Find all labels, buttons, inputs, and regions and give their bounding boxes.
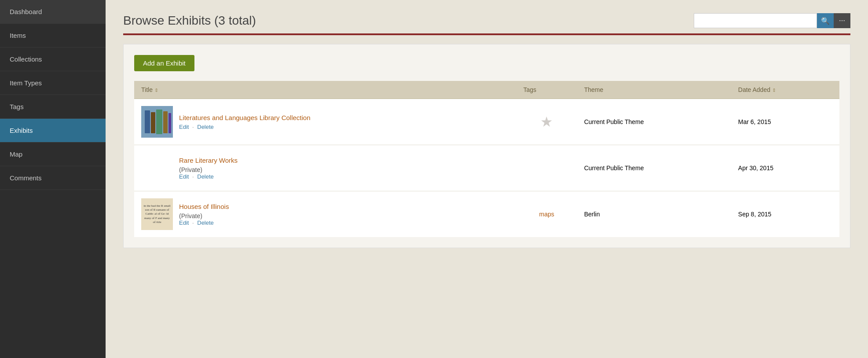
cell-date-added: Mar 6, 2015 xyxy=(731,99,839,145)
table-row: Literatures and Languages Library Collec… xyxy=(134,99,839,145)
svg-rect-2 xyxy=(151,112,155,133)
action-separator: · xyxy=(190,173,195,180)
col-date-added[interactable]: Date Added xyxy=(731,81,839,99)
svg-rect-4 xyxy=(163,111,168,133)
sidebar-item-map[interactable]: Map xyxy=(0,142,106,166)
separator xyxy=(123,33,850,35)
search-input[interactable] xyxy=(694,13,817,28)
search-button[interactable]: 🔍 xyxy=(817,13,834,28)
sidebar: DashboardItemsCollectionsItem TypesTagsE… xyxy=(0,0,106,358)
search-options-button[interactable]: ⋯ xyxy=(834,13,850,28)
sidebar-item-exhibits[interactable]: Exhibits xyxy=(0,119,106,142)
exhibit-thumbnail xyxy=(141,106,173,138)
private-badge: (Private) xyxy=(179,166,202,173)
options-icon: ⋯ xyxy=(839,17,845,24)
delete-link[interactable]: Delete xyxy=(197,219,214,226)
sidebar-item-items[interactable]: Items xyxy=(0,24,106,47)
content-area: Add an Exhibit Title Tags Theme Date Add… xyxy=(123,44,850,248)
cell-theme: Current Public Theme xyxy=(577,145,731,191)
sidebar-item-item-types[interactable]: Item Types xyxy=(0,71,106,95)
search-icon: 🔍 xyxy=(821,17,830,25)
exhibit-actions: Edit · Delete xyxy=(179,124,311,130)
edit-link[interactable]: Edit xyxy=(179,124,189,130)
col-tags: Tags xyxy=(516,81,577,99)
private-badge: (Private) xyxy=(179,212,202,219)
table-row: Rare Literary Works (Private)Edit · Dele… xyxy=(134,145,839,191)
star-icon: ★ xyxy=(524,113,570,130)
table-header: Title Tags Theme Date Added xyxy=(134,81,839,99)
page-title: Browse Exhibits (3 total) xyxy=(123,14,256,28)
exhibit-actions: Edit · Delete xyxy=(179,173,238,180)
cell-date-added: Sep 8, 2015 xyxy=(731,191,839,237)
sidebar-item-comments[interactable]: Comments xyxy=(0,166,106,190)
edit-link[interactable]: Edit xyxy=(179,173,189,180)
table-row: in the bad the R small son of R eamann o… xyxy=(134,191,839,237)
thumb-books-image xyxy=(141,106,173,138)
title-cell-content: in the bad the R small son of R eamann o… xyxy=(141,198,509,230)
exhibits-table: Title Tags Theme Date Added xyxy=(134,81,839,237)
col-title[interactable]: Title xyxy=(134,81,516,99)
exhibit-title-link[interactable]: Houses of Illinois xyxy=(179,203,229,210)
header-row: Browse Exhibits (3 total) 🔍 ⋯ xyxy=(123,13,850,28)
cell-title: Rare Literary Works (Private)Edit · Dele… xyxy=(134,145,516,191)
thumb-text-image: in the bad the R small son of R eamann o… xyxy=(141,198,173,230)
col-theme: Theme xyxy=(577,81,731,99)
add-exhibit-button[interactable]: Add an Exhibit xyxy=(134,55,194,71)
title-info: Rare Literary Works (Private)Edit · Dele… xyxy=(179,157,238,180)
cell-theme: Berlin xyxy=(577,191,731,237)
title-cell-content: Literatures and Languages Library Collec… xyxy=(141,106,509,138)
exhibit-thumbnail: in the bad the R small son of R eamann o… xyxy=(141,198,173,230)
action-separator: · xyxy=(190,124,195,130)
action-separator: · xyxy=(190,219,195,226)
sidebar-item-dashboard[interactable]: Dashboard xyxy=(0,0,106,24)
cell-theme: Current Public Theme xyxy=(577,99,731,145)
title-info: Houses of Illinois (Private)Edit · Delet… xyxy=(179,203,229,226)
thumb-placeholder xyxy=(141,152,173,184)
svg-rect-3 xyxy=(156,110,162,134)
svg-rect-1 xyxy=(145,110,150,133)
main-content: Browse Exhibits (3 total) 🔍 ⋯ Add an Exh… xyxy=(106,0,868,358)
table-header-row: Title Tags Theme Date Added xyxy=(134,81,839,99)
edit-link[interactable]: Edit xyxy=(179,219,189,226)
sidebar-item-collections[interactable]: Collections xyxy=(0,47,106,71)
tags-link[interactable]: maps xyxy=(539,211,554,218)
delete-link[interactable]: Delete xyxy=(197,124,214,130)
cell-tags: ★ xyxy=(516,99,577,145)
exhibit-actions: Edit · Delete xyxy=(179,219,229,226)
title-cell-content: Rare Literary Works (Private)Edit · Dele… xyxy=(141,152,509,184)
svg-rect-5 xyxy=(168,113,171,133)
exhibit-title-link[interactable]: Literatures and Languages Library Collec… xyxy=(179,114,311,121)
cell-title: in the bad the R small son of R eamann o… xyxy=(134,191,516,237)
cell-date-added: Apr 30, 2015 xyxy=(731,145,839,191)
sidebar-item-tags[interactable]: Tags xyxy=(0,95,106,119)
cell-tags: maps xyxy=(516,191,577,237)
cell-tags xyxy=(516,145,577,191)
exhibit-title-link[interactable]: Rare Literary Works xyxy=(179,157,238,164)
title-info: Literatures and Languages Library Collec… xyxy=(179,114,311,130)
delete-link[interactable]: Delete xyxy=(197,173,214,180)
search-bar: 🔍 ⋯ xyxy=(694,13,850,28)
cell-title: Literatures and Languages Library Collec… xyxy=(134,99,516,145)
table-body: Literatures and Languages Library Collec… xyxy=(134,99,839,237)
